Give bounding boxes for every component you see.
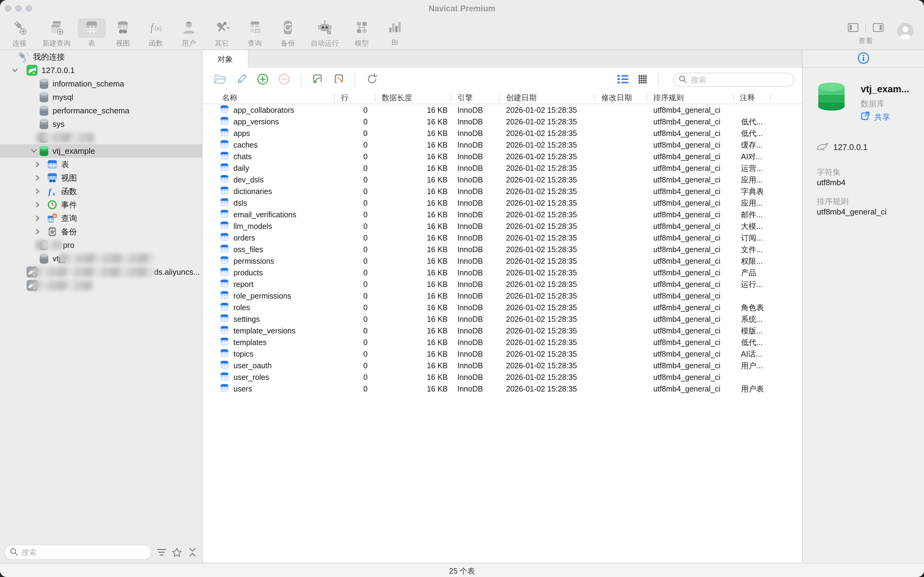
toggle-right-pane-button[interactable]: [872, 23, 884, 33]
sidebar-search-input[interactable]: [21, 548, 146, 557]
chevron-down-icon[interactable]: [29, 147, 39, 156]
column-header-3[interactable]: 引擎: [451, 92, 499, 103]
tree-item-db-redacted-vtj[interactable]: vtj_: [0, 252, 202, 265]
toolbar-item-backup[interactable]: 备份: [271, 18, 304, 48]
toolbar-item-connection[interactable]: 连接: [3, 18, 36, 48]
toolbar-item-others[interactable]: 其它: [205, 18, 238, 48]
toolbar-item-view[interactable]: 视图: [106, 18, 139, 48]
info-icon[interactable]: [857, 52, 870, 66]
tree-item-db-mysql[interactable]: mysql: [0, 90, 202, 104]
table-rows: 0: [334, 197, 375, 209]
chevron-down-icon[interactable]: [10, 66, 20, 75]
column-header-0[interactable]: 名称: [203, 92, 334, 103]
design-table-button[interactable]: [234, 73, 248, 87]
table-row[interactable]: caches016 KBInnoDB2026-01-02 15:28:35utf…: [203, 139, 802, 151]
tree-item-db-redacted-pro[interactable]: pro: [0, 239, 202, 252]
tree-item-db-performance-schema[interactable]: performance_schema: [0, 104, 202, 118]
refresh-button[interactable]: [365, 73, 379, 87]
table-row[interactable]: llm_models016 KBInnoDB2026-01-02 15:28:3…: [203, 220, 802, 232]
tree-item-cat-backups[interactable]: 备份: [0, 225, 202, 239]
chevron-right-icon[interactable]: [32, 173, 43, 182]
toolbar-item-query[interactable]: 查询: [238, 18, 271, 48]
table-comment: 用户表: [733, 383, 770, 395]
toolbar-item-model[interactable]: 模型: [345, 18, 378, 48]
tree-item-my-connections[interactable]: 我的连接: [0, 50, 202, 64]
new-table-button[interactable]: [256, 73, 269, 87]
table-row[interactable]: topics016 KBInnoDB2026-01-02 15:28:35utf…: [203, 348, 802, 360]
column-header-1[interactable]: 行: [334, 92, 375, 103]
tree-item-db-redacted-1[interactable]: [0, 131, 202, 144]
toolbar-item-user[interactable]: 用户: [172, 18, 205, 48]
toolbar-item-bi[interactable]: BI: [378, 18, 411, 48]
table-row[interactable]: user_oauth016 KBInnoDB2026-01-02 15:28:3…: [203, 360, 802, 371]
table-row[interactable]: permissions016 KBInnoDB2026-01-02 15:28:…: [203, 255, 802, 267]
table-row[interactable]: user_roles016 KBInnoDB2026-01-02 15:28:3…: [203, 371, 802, 383]
tree-item-cat-functions[interactable]: fx函数: [0, 185, 202, 198]
open-table-button[interactable]: [213, 73, 227, 87]
table-row[interactable]: roles016 KBInnoDB2026-01-02 15:28:35utf8…: [203, 301, 802, 313]
table-row[interactable]: users016 KBInnoDB2026-01-02 15:28:35utf8…: [203, 383, 802, 395]
toolbar-item-new-query[interactable]: 新建查询: [36, 18, 77, 48]
refresh-icon: [365, 73, 379, 87]
table-row[interactable]: settings016 KBInnoDB2026-01-02 15:28:35u…: [203, 313, 802, 325]
share-button[interactable]: 共享: [860, 111, 890, 124]
table-row[interactable]: oss_files016 KBInnoDB2026-01-02 15:28:35…: [203, 243, 802, 255]
table-row[interactable]: dsls016 KBInnoDB2026-01-02 15:28:35utf8m…: [203, 197, 802, 209]
chevron-right-icon[interactable]: [32, 160, 43, 169]
table-row[interactable]: template_versions016 KBInnoDB2026-01-02 …: [203, 325, 802, 337]
tree-item-cat-views[interactable]: 视图: [0, 171, 202, 185]
grid-view-button[interactable]: [636, 74, 649, 86]
favorites-star-icon[interactable]: [172, 547, 182, 557]
table-row[interactable]: templates016 KBInnoDB2026-01-02 15:28:35…: [203, 337, 802, 348]
table-modified: [595, 162, 647, 174]
delete-table-button[interactable]: [277, 73, 291, 87]
table-row[interactable]: products016 KBInnoDB2026-01-02 15:28:35u…: [203, 267, 802, 279]
chevron-right-icon[interactable]: [32, 187, 43, 196]
column-header-5[interactable]: 修改日期: [595, 92, 647, 103]
object-search-input[interactable]: [690, 75, 789, 85]
tree-item-db-sys[interactable]: sys: [0, 118, 202, 131]
collapse-all-icon[interactable]: [187, 547, 198, 557]
tree-item-cat-queries[interactable]: 查询: [0, 211, 202, 225]
tree-item-conn-redacted-2[interactable]: [0, 279, 202, 292]
table-row[interactable]: chats016 KBInnoDB2026-01-02 15:28:35utf8…: [203, 151, 802, 162]
tab-objects[interactable]: 对象: [203, 50, 248, 68]
tree-item-cat-tables[interactable]: 表: [0, 158, 202, 171]
toolbar-item-label: 自动运行: [311, 39, 339, 48]
tree-item-conn-redacted-aliyun[interactable]: ds.aliyuncs...: [0, 265, 202, 279]
avatar[interactable]: [897, 23, 914, 39]
table-name: report: [233, 280, 253, 289]
toolbar-item-automation[interactable]: 自动运行: [304, 18, 345, 48]
table-comment: 应用...: [733, 174, 770, 185]
table-row[interactable]: role_permissions016 KBInnoDB2026-01-02 1…: [203, 290, 802, 301]
toolbar-item-table[interactable]: 表: [77, 18, 106, 48]
table-rows: 0: [334, 348, 375, 360]
tree-item-cat-events[interactable]: 事件: [0, 198, 202, 211]
tree-item-db-information-schema[interactable]: information_schema: [0, 77, 202, 90]
chevron-right-icon[interactable]: [32, 214, 43, 223]
list-view-button[interactable]: [617, 74, 629, 86]
tree-item-db-vtj-example[interactable]: vtj_example: [0, 144, 202, 158]
table-row[interactable]: app_versions016 KBInnoDB2026-01-02 15:28…: [203, 116, 802, 127]
filter-icon[interactable]: [156, 548, 167, 556]
chevron-right-icon[interactable]: [32, 227, 43, 236]
table-row[interactable]: report016 KBInnoDB2026-01-02 15:28:35utf…: [203, 279, 802, 290]
tree-item-label: 127.0.0.1: [42, 66, 74, 75]
column-header-7[interactable]: 注释: [733, 92, 770, 103]
chevron-right-icon[interactable]: [32, 200, 43, 210]
table-row[interactable]: email_verifications016 KBInnoDB2026-01-0…: [203, 209, 802, 220]
table-row[interactable]: apps016 KBInnoDB2026-01-02 15:28:35utf8m…: [203, 127, 802, 139]
table-row[interactable]: orders016 KBInnoDB2026-01-02 15:28:35utf…: [203, 232, 802, 243]
table-row[interactable]: dictionaries016 KBInnoDB2026-01-02 15:28…: [203, 185, 802, 197]
table-row[interactable]: daily016 KBInnoDB2026-01-02 15:28:35utf8…: [203, 162, 802, 174]
toggle-left-pane-button[interactable]: [848, 23, 859, 33]
table-row[interactable]: dev_dsls016 KBInnoDB2026-01-02 15:28:35u…: [203, 174, 802, 185]
export-wizard-button[interactable]: [332, 73, 346, 87]
column-header-6[interactable]: 排序规则: [647, 92, 733, 103]
table-row[interactable]: app_collaborators016 KBInnoDB2026-01-02 …: [203, 104, 802, 116]
toolbar-item-function[interactable]: f(x)函数: [139, 18, 172, 48]
import-wizard-button[interactable]: [311, 73, 324, 87]
tree-item-conn-127-0-0-1[interactable]: 127.0.0.1: [0, 64, 202, 77]
column-header-2[interactable]: 数据长度: [375, 92, 451, 103]
column-header-4[interactable]: 创建日期: [499, 92, 595, 103]
